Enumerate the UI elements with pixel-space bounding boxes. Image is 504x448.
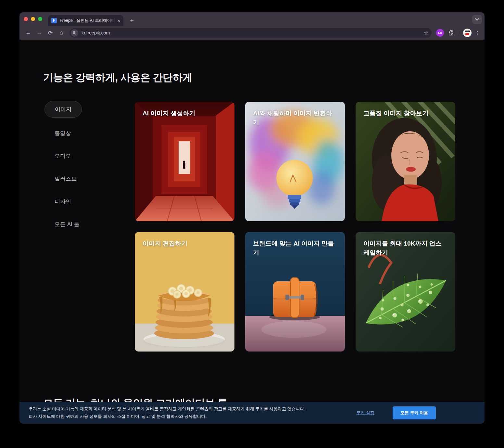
tab-title: Freepik | 올인원 AI 크리에이티브 — [60, 18, 115, 23]
back-icon[interactable]: ← — [23, 28, 33, 38]
browser-window: F Freepik | 올인원 AI 크리에이티브 × + ← → ⟳ ⌂ — [19, 12, 485, 424]
cookie-message-line2: 회사 사이트에 대한 귀하의 사용 정보를 회사의 소셜 미디어, 광고 및 분… — [29, 413, 356, 420]
extensions-puzzle-icon[interactable] — [446, 28, 456, 38]
tab-strip: F Freepik | 올인원 AI 크리에이티브 × + — [19, 12, 485, 26]
freepik-favicon-icon: F — [51, 18, 57, 23]
cookie-settings-link[interactable]: 쿠키 설정 — [356, 410, 374, 416]
toolbar-divider — [459, 30, 459, 36]
card-title: AI와 채팅하며 이미지 변환하기 — [245, 102, 345, 127]
card-browse-quality-images[interactable]: 고품질 이미지 찾아보기 — [356, 102, 455, 221]
minimize-window-button[interactable] — [31, 17, 35, 21]
card-generate-ai-image[interactable]: AI 이미지 생성하기 — [135, 102, 234, 221]
card-title: 브랜드에 맞는 AI 이미지 만들기 — [245, 232, 345, 257]
card-brand-ai-image[interactable]: 브랜드에 맞는 AI 이미지 만들기 — [245, 232, 345, 352]
cookie-message-line1: 우리는 소셜 미디어 기능의 제공과 데이터 분석 및 본 사이트가 올바로 동… — [29, 405, 356, 413]
woman-portrait-image — [356, 102, 455, 221]
card-title: 이미지를 최대 10K까지 업스케일하기 — [356, 232, 455, 257]
browser-toolbar: ← → ⟳ ⌂ kr.freepik.com ☆ LR ⋮ — [19, 26, 485, 40]
section-title: 기능은 강력하게, 사용은 간단하게 — [43, 71, 192, 84]
cookie-message: 우리는 소셜 미디어 기능의 제공과 데이터 분석 및 본 사이트가 올바로 동… — [29, 405, 356, 420]
lr-extension-icon[interactable]: LR — [436, 29, 444, 37]
card-upscale-image[interactable]: 이미지를 최대 10K까지 업스케일하기 — [356, 232, 455, 352]
tab-close-icon[interactable]: × — [117, 18, 120, 23]
card-chat-transform-image[interactable]: AI와 채팅하며 이미지 변환하기 — [245, 102, 345, 221]
sidebar-item-audio[interactable]: 오디오 — [55, 152, 71, 160]
tune-icon — [73, 31, 77, 35]
home-icon[interactable]: ⌂ — [57, 28, 66, 38]
browser-tab[interactable]: F Freepik | 올인원 AI 크리에이티브 × — [48, 15, 123, 26]
forward-icon[interactable]: → — [34, 28, 44, 38]
site-settings-icon[interactable] — [71, 29, 78, 37]
cookie-banner: 우리는 소셜 미디어 기능의 제공과 데이터 분석 및 본 사이트가 올바로 동… — [19, 402, 485, 424]
new-tab-button[interactable]: + — [127, 16, 136, 25]
close-window-button[interactable] — [24, 17, 28, 21]
accept-all-cookies-button[interactable]: 모든 쿠키 허용 — [393, 406, 436, 419]
tab-search-button[interactable] — [472, 15, 482, 24]
card-edit-image[interactable]: 이미지 편집하기 — [135, 232, 234, 352]
category-nav: 이미지 동영상 오디오 일러스트 디자인 모든 AI 툴 — [44, 101, 116, 118]
bookmark-star-icon[interactable]: ☆ — [424, 30, 428, 36]
puzzle-icon — [448, 30, 454, 36]
sidebar-item-illustration[interactable]: 일러스트 — [55, 175, 77, 183]
card-title: AI 이미지 생성하기 — [135, 102, 234, 118]
menu-kebab-icon[interactable]: ⋮ — [473, 28, 481, 38]
zoom-window-button[interactable] — [38, 17, 42, 21]
profile-avatar[interactable] — [463, 29, 472, 37]
sidebar-item-all-ai-tools[interactable]: 모든 AI 툴 — [55, 221, 80, 228]
address-bar[interactable]: kr.freepik.com ☆ — [69, 28, 432, 38]
card-title: 고품질 이미지 찾아보기 — [356, 102, 455, 118]
card-title: 이미지 편집하기 — [135, 232, 234, 248]
red-corridor-image — [135, 102, 234, 221]
pancakes-image — [135, 232, 234, 352]
page-viewport: 기능은 강력하게, 사용은 간단하게 이미지 동영상 오디오 일러스트 디자인 … — [19, 40, 485, 424]
chevron-down-icon — [475, 18, 479, 21]
sidebar-item-images[interactable]: 이미지 — [44, 101, 82, 118]
sidebar-item-video[interactable]: 동영상 — [55, 130, 71, 137]
url-text[interactable]: kr.freepik.com — [82, 30, 424, 35]
reload-icon[interactable]: ⟳ — [45, 28, 55, 38]
sidebar-item-design[interactable]: 디자인 — [55, 198, 71, 205]
